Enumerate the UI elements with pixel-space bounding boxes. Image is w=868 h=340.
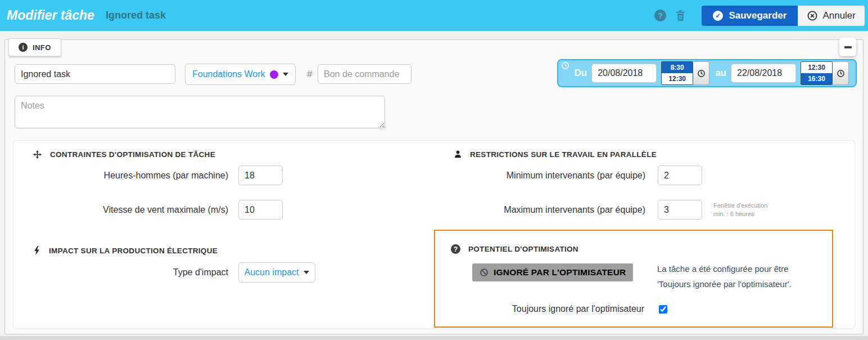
task-edit-panel: i INFO Foundations Work # Du 8:30 12:30	[4, 39, 864, 334]
cancel-button[interactable]: Annuler	[798, 6, 865, 26]
category-select[interactable]: Foundations Work	[185, 64, 296, 85]
ban-circle-icon	[480, 268, 489, 277]
trash-icon	[675, 10, 686, 21]
field-row-impact-type: Type d'impact Aucun impact	[26, 262, 315, 283]
max-workers-input[interactable]	[658, 200, 702, 220]
date-range-picker: Du 8:30 12:30 au 12:30 16:30	[557, 59, 857, 87]
start-time-option[interactable]: 12:30	[662, 73, 693, 84]
ignored-by-optimizer-badge: IGNORÉ PAR L'OPTIMISATEUR	[472, 263, 633, 281]
end-time-option[interactable]: 12:30	[801, 62, 832, 73]
badge-label: IGNORÉ PAR L'OPTIMISATEUR	[494, 267, 626, 278]
impact-type-dropdown[interactable]: Aucun impact	[238, 262, 315, 283]
execution-window-note: Fenêtre d'exécution min. : 6 heures	[713, 202, 767, 218]
start-time-clock-button[interactable]	[693, 61, 709, 85]
section-potential-header: ? POTENTIEL D'OPTIMISATION	[451, 244, 578, 254]
help-icon[interactable]: ?	[654, 10, 666, 21]
max-workers-label: Maximum intervenants (par équipe)	[436, 205, 645, 215]
clock-icon	[837, 69, 845, 78]
start-date-input[interactable]	[591, 64, 657, 83]
from-label: Du	[574, 68, 587, 79]
field-row-max-workers: Maximum intervenants (par équipe) Fenêtr…	[436, 200, 767, 220]
move-arrows-icon	[33, 150, 42, 159]
end-time-selector[interactable]: 12:30 16:30	[801, 61, 833, 85]
bottom-border-strip	[0, 336, 868, 340]
delete-task-button[interactable]	[675, 10, 686, 21]
impact-type-label: Type d'impact	[26, 267, 228, 278]
tab-info[interactable]: i INFO	[8, 38, 61, 56]
clock-icon	[697, 69, 706, 78]
chevron-down-icon	[283, 73, 288, 76]
potential-description: La tâche a été configurée pour être 'Tou…	[657, 261, 792, 292]
end-date-input[interactable]	[731, 64, 796, 83]
save-button[interactable]: ✓ Sauvegarder	[702, 6, 798, 26]
wind-speed-input[interactable]	[238, 200, 283, 220]
cancel-circle-icon	[807, 11, 817, 21]
save-button-label: Sauvegarder	[729, 10, 786, 21]
section-impact-header: IMPACT SUR LA PRODUCTION ÉLECTRIQUE	[33, 245, 218, 256]
task-name-subtitle: Ignored task	[106, 10, 166, 21]
impact-type-value: Aucun impact	[245, 267, 299, 278]
end-time-clock-button[interactable]	[833, 61, 849, 85]
always-ignored-checkbox[interactable]	[659, 305, 667, 314]
po-number-hash: #	[307, 69, 312, 80]
section-impact-title: IMPACT SUR LA PRODUCTION ÉLECTRIQUE	[49, 247, 218, 255]
settings-card: CONTRAINTES D'OPTIMISATION DE TÂCHE Heur…	[13, 140, 855, 329]
to-label: au	[715, 68, 726, 79]
always-ignored-label: Toujours ignoré par l'optimisateur	[435, 304, 644, 314]
section-constraints-header: CONTRAINTES D'OPTIMISATION DE TÂCHE	[33, 150, 215, 159]
section-constraints-title: CONTRAINTES D'OPTIMISATION DE TÂCHE	[50, 150, 215, 159]
collapse-panel-button[interactable]	[839, 38, 856, 56]
min-workers-input[interactable]	[658, 165, 702, 185]
top-header-bar: Modifier tâche Ignored task ? ✓ Sauvegar…	[0, 0, 868, 31]
field-row-man-hours: Heures-hommes (par machine)	[26, 165, 283, 185]
page-title: Modifier tâche	[7, 8, 94, 23]
check-circle-icon: ✓	[713, 11, 723, 21]
start-time-selector[interactable]: 8:30 12:30	[661, 61, 693, 85]
purchase-order-input[interactable]	[318, 64, 412, 84]
question-circle-icon: ?	[451, 244, 460, 254]
min-workers-label: Minimum intervenants (par équipe)	[436, 171, 645, 181]
task-name-input[interactable]	[15, 64, 175, 84]
minus-icon	[844, 46, 852, 48]
always-ignored-row: Toujours ignoré par l'optimisateur	[435, 304, 667, 314]
optimisation-potential-box: ? POTENTIEL D'OPTIMISATION IGNORÉ PAR L'…	[434, 230, 833, 328]
category-value: Foundations Work	[192, 69, 265, 79]
field-row-min-workers: Minimum intervenants (par équipe)	[436, 165, 702, 185]
man-hours-label: Heures-hommes (par machine)	[26, 171, 228, 181]
category-color-dot	[270, 70, 278, 79]
section-restrictions-title: RESTRICTIONS SUR LE TRAVAIL EN PARALLÈLE	[470, 150, 657, 159]
field-row-wind-speed: Vitesse de vent maximale (m/s)	[26, 200, 283, 220]
section-restrictions-header: RESTRICTIONS SUR LE TRAVAIL EN PARALLÈLE	[454, 150, 657, 159]
wind-speed-label: Vitesse de vent maximale (m/s)	[26, 205, 228, 215]
cancel-button-label: Annuler	[822, 10, 856, 21]
section-potential-title: POTENTIEL D'OPTIMISATION	[468, 245, 578, 253]
chevron-down-icon	[304, 271, 309, 274]
end-time-option-selected[interactable]: 16:30	[801, 73, 832, 84]
clock-corner-icon	[561, 61, 569, 70]
lightning-bolt-icon	[33, 245, 41, 256]
notes-textarea[interactable]	[15, 96, 385, 128]
person-icon	[454, 150, 462, 159]
man-hours-input[interactable]	[238, 165, 283, 185]
start-time-option-selected[interactable]: 8:30	[662, 62, 693, 73]
info-tab-label: INFO	[33, 43, 51, 52]
info-icon: i	[19, 43, 28, 52]
